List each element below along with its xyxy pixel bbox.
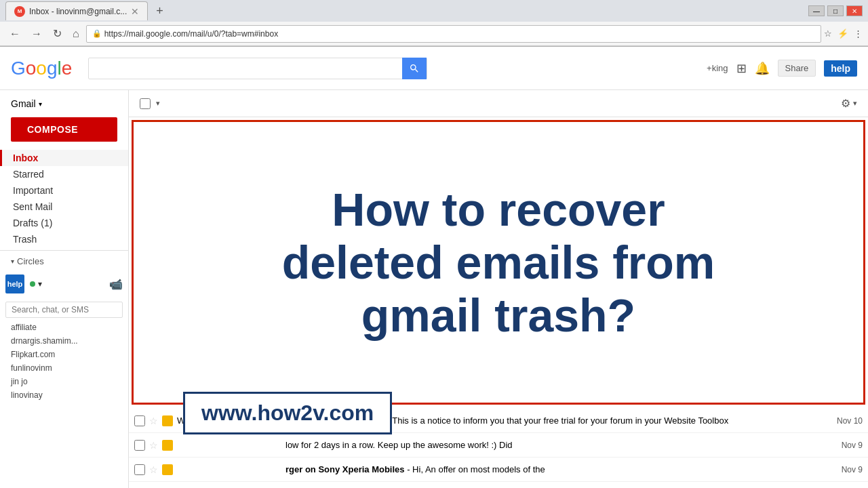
email-row[interactable]: ☆ low for 2 days in a row. Keep up the a… [129,433,868,458]
tutorial-text: How to recover deleted emails from gmail… [269,169,729,356]
contact-funlinovinm[interactable]: funlinovinm [0,361,128,375]
email-date: Nov 9 [825,465,863,474]
lock-icon: 🔒 [92,29,102,38]
settings-icon[interactable]: ⋮ [854,28,863,39]
contact-drnargis[interactable]: drnargis.shamim... [0,334,128,348]
email-checkbox[interactable] [134,440,145,451]
contact-affiliate[interactable]: affiliate [0,321,128,334]
chat-bar: help ▾ 📹 [0,272,128,296]
nav-right-icons: ☆ ⚡ ⋮ [824,28,863,39]
compose-button[interactable]: COMPOSE [11,117,117,142]
navigation-bar: ← → ↻ ⌂ 🔒 ☆ ⚡ ⋮ [0,22,868,46]
email-date: Nov 9 [825,441,863,450]
sidebar-item-starred[interactable]: Starred [0,166,128,182]
overlay-container: How to recover deleted emails from gmail… [129,117,868,488]
drafts-label: Drafts (1) [13,218,52,228]
gear-dropdown-icon[interactable]: ▾ [853,99,857,108]
help-badge: help [824,60,857,77]
body-layout: Gmail ▾ COMPOSE Inbox Starred Important … [0,90,868,488]
toolbar-dropdown[interactable]: ▾ [156,99,160,108]
sidebar-item-inbox[interactable]: Inbox [0,150,128,166]
back-button[interactable]: ← [5,26,24,41]
folder-icon [162,464,173,475]
google-search-input[interactable] [89,60,402,77]
search-icon [409,63,420,74]
sidebar: Gmail ▾ COMPOSE Inbox Starred Important … [0,90,129,488]
watermark-banner: www.how2v.com [183,392,392,434]
chat-search-input[interactable] [5,302,123,318]
starred-label: Starred [13,169,44,180]
tab-close-btn[interactable]: ✕ [131,6,139,17]
minimize-btn[interactable]: — [808,5,825,16]
email-row[interactable]: ☆ Flipkart Customer Su... (2) [Other Que… [129,482,868,488]
home-button[interactable]: ⌂ [68,26,83,41]
email-preview: - Hello, This is a notice to inform you … [362,415,728,426]
email-checkbox[interactable] [134,464,145,475]
inbox-label: Inbox [13,152,38,163]
subject-bold: rger on Sony Xperia Mobiles [285,464,405,474]
sidebar-item-drafts[interactable]: Drafts (1) [0,215,128,231]
google-header: Google +king ⊞ 🔔 Share help [0,47,868,90]
email-row[interactable]: ☆ rger on Sony Xperia Mobiles - Hi, An o… [129,458,868,482]
logo-o2: o [36,58,47,79]
address-bar[interactable]: 🔒 [86,25,821,43]
tutorial-image: How to recover deleted emails from gmail… [132,120,865,405]
share-button[interactable]: Share [778,60,816,77]
email-checkbox[interactable] [134,415,145,426]
new-tab-button[interactable]: + [151,1,169,21]
browser-chrome: M Inbox - linovinm@gmail.c... ✕ + — □ ✕ … [0,0,868,47]
email-preview: - Hi, An offer on most models of the [407,464,545,474]
video-icon[interactable]: 📹 [109,278,123,291]
gmail-label-text: Gmail [11,98,36,109]
star-icon[interactable]: ☆ [149,464,158,475]
header-right: +king ⊞ 🔔 Share help [707,60,857,77]
status-dot-icon [30,281,35,287]
window-controls: — □ ✕ [808,5,863,16]
sidebar-item-important[interactable]: Important [0,182,128,199]
sidebar-item-circles[interactable]: ▾ Circles [0,253,128,269]
tab-title: Inbox - linovinm@gmail.c... [29,7,127,16]
sidebar-item-trash[interactable]: Trash [0,231,128,247]
tutorial-line1: How to recover [282,183,715,236]
plus-king-label[interactable]: +king [707,63,728,73]
chat-status[interactable]: ▾ [30,279,42,289]
star-icon[interactable]: ☆ [149,440,158,451]
forward-button[interactable]: → [27,26,46,41]
logo-o1: o [26,58,37,79]
app-container: Google +king ⊞ 🔔 Share help Gmail ▾ COMP… [0,47,868,488]
google-logo: Google [11,58,72,79]
email-date: Nov 10 [825,416,863,426]
star-icon[interactable]: ☆ [149,415,158,426]
select-all-checkbox[interactable] [140,98,151,109]
reload-button[interactable]: ↻ [49,26,66,41]
tutorial-line2: deleted emails from [282,236,715,289]
maximize-btn[interactable]: □ [827,5,844,16]
settings-gear-icon[interactable]: ⚙ [841,97,850,110]
contact-linovinay[interactable]: linovinay [0,388,128,402]
browser-tab[interactable]: M Inbox - linovinm@gmail.c... ✕ [5,1,148,20]
bookmark-icon[interactable]: ☆ [824,28,832,39]
close-btn[interactable]: ✕ [846,5,863,16]
circles-label-text: Circles [17,256,44,266]
gmail-label[interactable]: Gmail ▾ [0,96,128,112]
tutorial-line3: gmail trash? [282,289,715,342]
google-search-button[interactable] [402,58,427,79]
bell-icon[interactable]: 🔔 [755,61,770,76]
tab-favicon: M [14,6,25,17]
important-label: Important [13,185,53,196]
extensions-icon[interactable]: ⚡ [837,28,848,39]
email-preview: low for 2 days in a row. Keep up the awe… [285,440,513,450]
address-input[interactable] [104,29,815,39]
trash-label: Trash [13,234,37,245]
folder-icon [162,415,173,426]
contact-jin-jo[interactable]: jin jo [0,375,128,388]
chat-status-arrow: ▾ [38,279,42,289]
title-bar: M Inbox - linovinm@gmail.c... ✕ + — □ ✕ [0,0,868,22]
gmail-dropdown-icon: ▾ [39,100,42,108]
sidebar-item-sent[interactable]: Sent Mail [0,199,128,215]
folder-icon [162,440,173,451]
main-toolbar: ▾ ⚙ ▾ [129,90,868,117]
grid-icon[interactable]: ⊞ [736,61,747,76]
contact-flipkart[interactable]: Flipkart.com [0,348,128,361]
logo-g: G [11,58,26,79]
